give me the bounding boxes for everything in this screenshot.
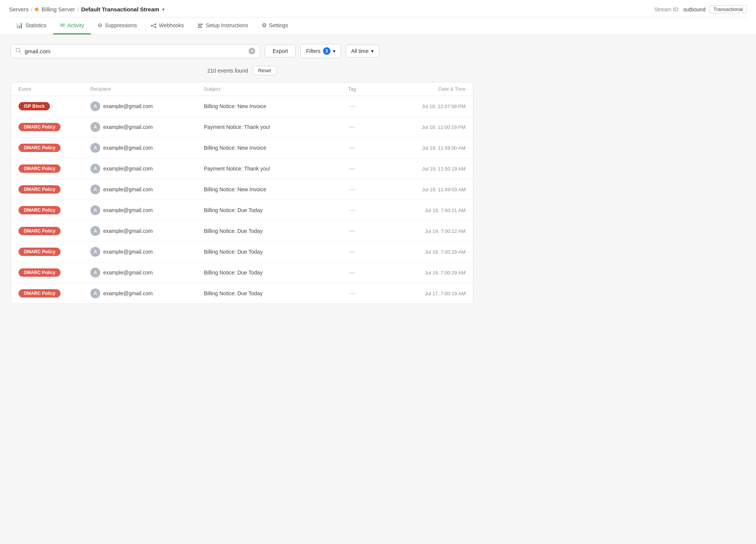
tab-suppressions[interactable]: ⊖ Suppressions [91, 17, 144, 34]
recipient-email-2: example@gmail.com [103, 145, 153, 151]
header-tag: Tag [322, 86, 382, 92]
avatar-6: A [90, 226, 100, 236]
breadcrumb-sep2: / [77, 6, 79, 12]
filters-button[interactable]: Filters 3 ▾ [300, 44, 341, 58]
stream-id-label: Stream ID: [654, 6, 680, 12]
tab-settings[interactable]: ⚙ Settings [255, 17, 295, 34]
export-button[interactable]: Export [265, 45, 296, 57]
recipient-cell-2: A example@gmail.com [90, 143, 204, 153]
datetime-cell-9: Jul 17, 7:00:19 AM [382, 291, 466, 296]
recipient-email-8: example@gmail.com [103, 270, 153, 276]
activity-table: Event Recipient Subject Tag Date & Time … [11, 82, 473, 304]
breadcrumb: Servers / Billing Server / Default Trans… [9, 6, 165, 12]
search-clear-button[interactable]: ✕ [248, 48, 255, 54]
activity-icon: ✉ [60, 22, 65, 29]
search-input[interactable] [25, 48, 248, 54]
alltime-button[interactable]: All time ▾ [346, 45, 379, 57]
suppressions-icon: ⊖ [98, 22, 102, 29]
recipient-cell-0: A example@gmail.com [90, 101, 204, 111]
event-badge-2: DMARC Policy [19, 144, 61, 152]
reset-button[interactable]: Reset [253, 66, 277, 75]
svg-point-0 [151, 25, 152, 26]
table-row[interactable]: DMARC Policy A example@gmail.com Billing… [11, 138, 473, 158]
tab-statistics-label: Statistics [25, 22, 47, 28]
server-status-dot [35, 8, 39, 11]
svg-rect-7 [198, 27, 202, 28]
stream-id-value: outbound [683, 6, 705, 12]
table-row[interactable]: DMARC Policy A example@gmail.com Billing… [11, 283, 473, 304]
recipient-email-6: example@gmail.com [103, 228, 153, 234]
recipient-email-3: example@gmail.com [103, 166, 153, 172]
subject-cell-2: Billing Notice: New Invoice [204, 145, 322, 151]
event-cell-7: DMARC Policy [19, 248, 90, 256]
recipient-cell-4: A example@gmail.com [90, 184, 204, 194]
filters-dropdown-icon: ▾ [333, 48, 335, 54]
table-row[interactable]: DMARC Policy A example@gmail.com Billing… [11, 262, 473, 283]
event-badge-9: DMARC Policy [19, 289, 61, 298]
recipient-email-5: example@gmail.com [103, 207, 153, 213]
svg-point-1 [155, 23, 156, 25]
event-badge-1: DMARC Policy [19, 123, 61, 131]
tag-cell-8: — [322, 269, 382, 276]
setup-icon [197, 22, 203, 29]
recipient-cell-7: A example@gmail.com [90, 247, 204, 257]
svg-rect-5 [198, 24, 203, 25]
subject-cell-6: Billing Notice: Due Today [204, 228, 322, 234]
event-cell-3: DMARC Policy [19, 164, 90, 173]
stream-dropdown-icon[interactable]: ▾ [162, 7, 165, 12]
tab-settings-label: Settings [269, 22, 288, 28]
main-content: ✕ Export Filters 3 ▾ All time ▾ 210 even… [0, 35, 484, 313]
breadcrumb-server[interactable]: Billing Server [42, 6, 75, 12]
event-cell-9: DMARC Policy [19, 289, 90, 298]
datetime-cell-4: Jul 19, 11:49:03 AM [382, 187, 466, 192]
avatar-9: A [90, 288, 100, 298]
breadcrumb-stream: Default Transactional Stream [81, 6, 159, 12]
tab-setup-instructions[interactable]: Setup Instructions [191, 17, 255, 34]
recipient-email-4: example@gmail.com [103, 186, 153, 192]
subject-cell-8: Billing Notice: Due Today [204, 270, 322, 276]
table-row[interactable]: DMARC Policy A example@gmail.com Payment… [11, 117, 473, 138]
breadcrumb-sep1: / [31, 6, 33, 12]
settings-icon: ⚙ [262, 22, 267, 29]
table-row[interactable]: DMARC Policy A example@gmail.com Billing… [11, 179, 473, 200]
event-cell-6: DMARC Policy [19, 227, 90, 235]
table-row[interactable]: DMARC Policy A example@gmail.com Billing… [11, 242, 473, 262]
table-row[interactable]: DMARC Policy A example@gmail.com Billing… [11, 221, 473, 242]
results-row: 210 events found Reset [11, 66, 473, 75]
event-badge-7: DMARC Policy [19, 248, 61, 256]
subject-cell-1: Payment Notice: Thank you! [204, 124, 322, 130]
recipient-email-9: example@gmail.com [103, 290, 153, 296]
tag-cell-1: — [322, 124, 382, 130]
event-cell-4: DMARC Policy [19, 185, 90, 194]
recipient-cell-3: A example@gmail.com [90, 164, 204, 174]
svg-line-9 [20, 51, 21, 53]
tag-cell-2: — [322, 144, 382, 151]
tab-activity-label: Activity [67, 22, 84, 28]
tag-cell-5: — [322, 207, 382, 214]
tag-cell-0: — [322, 103, 382, 110]
table-row[interactable]: DMARC Policy A example@gmail.com Billing… [11, 200, 473, 221]
breadcrumb-servers[interactable]: Servers [9, 6, 29, 12]
datetime-cell-5: Jul 19, 7:00:21 AM [382, 208, 466, 213]
tag-cell-6: — [322, 228, 382, 234]
tab-statistics[interactable]: 📊 Statistics [9, 17, 53, 34]
table-row[interactable]: ISP Block A example@gmail.com Billing No… [11, 96, 473, 117]
avatar-4: A [90, 184, 100, 194]
tab-activity[interactable]: ✉ Activity [53, 17, 91, 34]
avatar-7: A [90, 247, 100, 257]
alltime-dropdown-icon: ▾ [371, 48, 374, 54]
event-badge-6: DMARC Policy [19, 227, 61, 235]
table-row[interactable]: DMARC Policy A example@gmail.com Payment… [11, 158, 473, 179]
event-badge-5: DMARC Policy [19, 206, 61, 214]
subject-cell-5: Billing Notice: Due Today [204, 207, 322, 213]
subject-cell-9: Billing Notice: Due Today [204, 290, 322, 296]
statistics-icon: 📊 [16, 22, 23, 29]
subject-cell-7: Billing Notice: Due Today [204, 249, 322, 255]
tab-webhooks[interactable]: Webhooks [144, 17, 191, 34]
recipient-email-0: example@gmail.com [103, 103, 153, 109]
tag-cell-4: — [322, 186, 382, 193]
subject-cell-3: Payment Notice: Thank you! [204, 166, 322, 172]
avatar-3: A [90, 164, 100, 174]
tab-webhooks-label: Webhooks [159, 22, 184, 28]
filter-count-badge: 3 [323, 47, 331, 55]
